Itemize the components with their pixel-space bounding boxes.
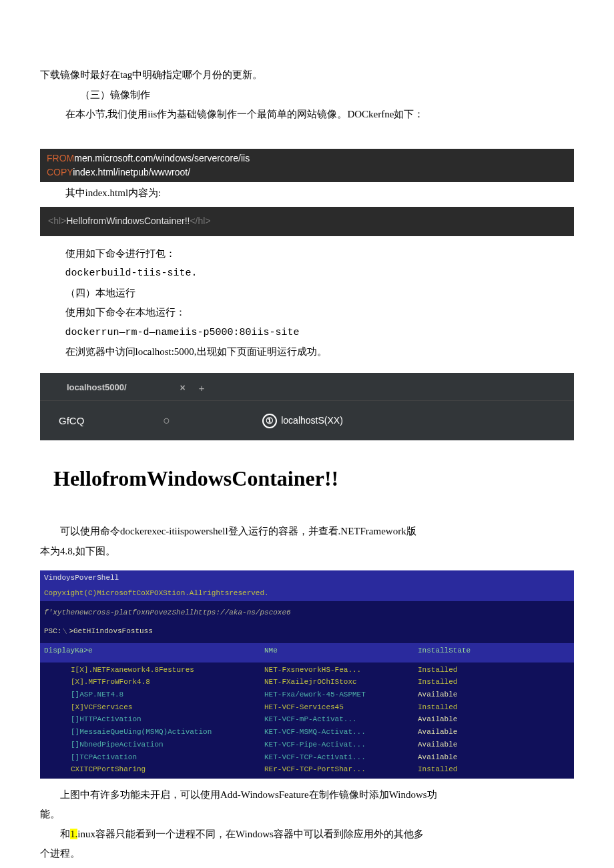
cell-state: Installed — [418, 763, 511, 776]
ps-table-header: DisplayKa>e NMe InstallState — [40, 643, 574, 659]
ps-title: VindoysPoverShell — [40, 570, 574, 586]
tag-close: </hl> — [190, 215, 210, 226]
powershell-screenshot: VindoysPoverShell Copyxight(C)MicrosoftC… — [40, 570, 574, 779]
paragraph: 能。 — [40, 806, 574, 823]
browser-screenshot: localhost5000/ × + GfCQ ○ ① localhostS(X… — [40, 373, 574, 440]
cell-name: KET-VCF-MSMQ-Activat... — [264, 726, 418, 739]
new-tab-icon[interactable]: + — [199, 380, 205, 397]
paragraph: 其中index.html内容为: — [40, 185, 574, 202]
cell-displayname: []NbnedPipeActivation — [71, 739, 264, 751]
cell-name: NET-FxsnevorkHS-Fea... — [264, 664, 418, 677]
cell-displayname: []MessaieQueUing(MSMQ)Activation — [71, 726, 264, 739]
dockerfile-block: FROMmen.microsoft.com/windows/servercore… — [40, 149, 574, 182]
cell-name: HET-VCF-Services45 — [264, 701, 418, 714]
code-text: HellofromWindowsContainer!! — [66, 215, 190, 226]
keyword-from: FROM — [47, 153, 74, 163]
ps-copyright: Copyxight(C)MicrosoftCoXPOXStion.Allrigh… — [40, 586, 574, 601]
cell-name: REr-VCF-TCP-PortShar... — [264, 763, 418, 776]
cell-displayname: [X].MFTFroWFork4.8 — [71, 676, 264, 689]
ps-table-row: [X].MFTFroWFork4.8NET-FXailejrOChIStoxcI… — [67, 676, 574, 689]
browser-tabbar: localhost5000/ × + — [40, 373, 574, 401]
paragraph: 可以使用命令dockerexec-itiispowershell登入运行的容器，… — [40, 523, 574, 540]
ps-hint: f'xythenewcross-platfoxnPovezShellhttps:… — [40, 605, 574, 620]
cell-displayname: []ASP.NET4.8 — [71, 689, 264, 701]
close-icon[interactable]: × — [180, 380, 186, 396]
highlighted-text: 1. — [70, 829, 77, 839]
col-name: NMe — [264, 644, 418, 657]
info-icon: ① — [262, 414, 277, 428]
paragraph: 个进程。 — [40, 845, 574, 863]
cell-state: Available — [418, 689, 511, 701]
cell-state: Installed — [418, 701, 511, 714]
cell-displayname: CXITCPPortSharing — [71, 763, 264, 776]
subheading-4: （四）本地运行 — [40, 285, 574, 302]
cell-name: KET-VCF-Pipe-Activat... — [264, 739, 418, 751]
subheading-3: （三）镜像制作 — [40, 87, 574, 104]
cell-name: NET-FXailejrOChIStoxc — [264, 676, 418, 689]
ps-table-row: []TCPActivationKET-VCF-TCP-Activati...Av… — [67, 751, 574, 764]
ps-table-row: I[X].NETFxanework4.8FesturesNET-Fxsnevor… — [67, 664, 574, 677]
ps-table-row: [X]VCFServicesHET-VCF-Services45Installe… — [67, 701, 574, 714]
cell-state: Available — [418, 739, 511, 751]
paragraph: 使用如下命令进行打包： — [40, 246, 574, 263]
paragraph: 和1.inux容器只能看到一个进程不同，在Windows容器中可以看到除应用外的… — [40, 826, 574, 843]
paragraph: 下载镜像时最好在tag中明确指定哪个月份的更新。 — [40, 67, 574, 84]
col-installstate: InstallState — [418, 644, 511, 657]
code-line: COPYindex.html/inetpub/wwwroot/ — [47, 165, 567, 179]
ps-command: PSC:﹨>GetHIindovsFostuss — [40, 624, 574, 639]
command-text: dockerrun—rm-d—nameiis-p5000:80iis-site — [40, 324, 574, 342]
cell-state: Installed — [418, 676, 511, 689]
rendered-page: HellofromWindowsContainer!! — [40, 440, 574, 516]
ps-table-body: I[X].NETFxanework4.8FesturesNET-Fxsnevor… — [40, 663, 574, 779]
tab-title: localhost5000/ — [67, 380, 127, 395]
ps-table-row: []HTTPActivationKET-VCF-mP-Activat...Ava… — [67, 713, 574, 726]
cell-displayname: I[X].NETFxanework4.8Festures — [71, 664, 264, 677]
text: 和 — [60, 829, 70, 839]
dot-icon: ○ — [163, 410, 170, 431]
paragraph: 在本小节,我们使用iis作为基础镜像制作一个最简单的网站镜像。DOCkerfne… — [40, 106, 574, 123]
html-snippet-block: <hl>HellofromWindowsContainer!!</hl> — [40, 207, 574, 236]
code-line: FROMmen.microsoft.com/windows/servercore… — [47, 151, 567, 165]
nav-buttons[interactable]: GfCQ — [59, 412, 84, 430]
cell-state: Available — [418, 726, 511, 739]
ps-table-row: []NbnedPipeActivationKET-VCF-Pipe-Activa… — [67, 739, 574, 751]
paragraph: 上图中有许多功能未开启，可以使用Add-WindowsFeature在制作镜像时… — [40, 787, 574, 804]
code-text: index.html/inetpub/wwwroot/ — [73, 167, 190, 177]
address-text: localhostS(XX) — [281, 413, 343, 429]
cell-displayname: []HTTPActivation — [71, 713, 264, 726]
browser-toolbar: GfCQ ○ ① localhostS(XX) — [40, 400, 574, 440]
tag-open: <hl> — [48, 215, 66, 226]
page-heading: HellofromWindowsContainer!! — [53, 460, 561, 496]
ps-table-row: []MessaieQueUing(MSMQ)ActivationKET-VCF-… — [67, 726, 574, 739]
paragraph: 使用如下命令在本地运行： — [40, 304, 574, 322]
browser-tab[interactable]: localhost5000/ × — [67, 380, 186, 396]
ps-table-row: CXITCPPortSharingREr-VCF-TCP-PortShar...… — [67, 763, 574, 776]
cell-state: Installed — [418, 664, 511, 677]
cell-state: Available — [418, 751, 511, 764]
keyword-copy: COPY — [47, 167, 73, 177]
col-displayname: DisplayKa>e — [44, 644, 264, 657]
ps-table-row: []ASP.NET4.8HET-Fxa/ework-45-ASPMETAvail… — [67, 689, 574, 701]
cell-name: HET-Fxa/ework-45-ASPMET — [264, 689, 418, 701]
paragraph: 在浏览器中访问localhost:5000,出现如下页面证明运行成功。 — [40, 344, 574, 361]
command-text: dockerbuild-tiis-site. — [40, 265, 574, 282]
cell-name: KET-VCF-mP-Activat... — [264, 713, 418, 726]
code-text: men.microsoft.com/windows/servercore/iis — [74, 153, 250, 163]
cell-displayname: [X]VCFServices — [71, 701, 264, 714]
cell-state: Available — [418, 713, 511, 726]
cell-name: KET-VCF-TCP-Activati... — [264, 751, 418, 764]
paragraph: 本为4.8,如下图。 — [40, 543, 574, 560]
cell-displayname: []TCPActivation — [71, 751, 264, 764]
address-bar[interactable]: ① localhostS(XX) — [262, 413, 343, 429]
text: inux容器只能看到一个进程不同，在Windows容器中可以看到除应用外的其他多 — [77, 829, 424, 839]
